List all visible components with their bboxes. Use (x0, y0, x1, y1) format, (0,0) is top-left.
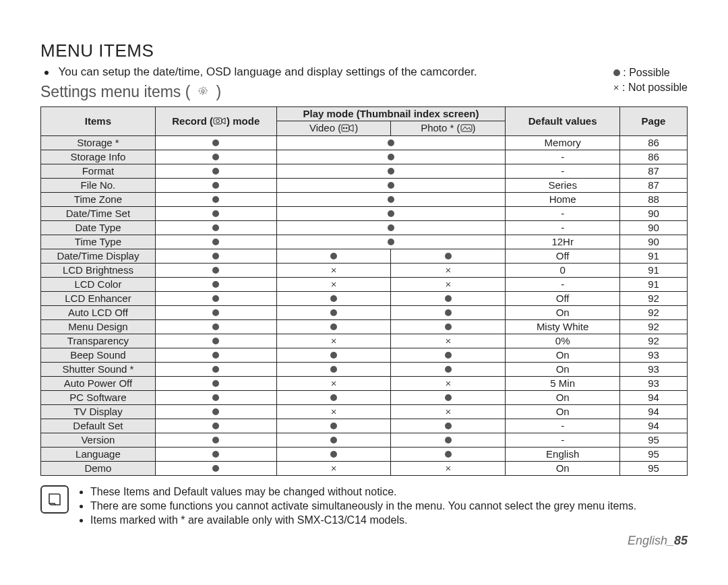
cell-video (276, 306, 391, 320)
possible-dot-icon (445, 366, 452, 373)
possible-dot-icon (212, 465, 219, 472)
cell-default: On (506, 462, 620, 476)
cell-item: Storage * (41, 136, 156, 150)
cell-page: 95 (620, 448, 688, 462)
th-record-suffix: ) mode (226, 115, 260, 127)
possible-dot-icon (388, 239, 394, 245)
table-row: Time Type12Hr90 (41, 235, 688, 249)
cell-page: 87 (620, 164, 688, 179)
table-row: Version-95 (41, 433, 688, 448)
table-row: Date Type-90 (41, 221, 688, 235)
possible-dot-icon (212, 423, 219, 429)
cell-page: 94 (620, 405, 688, 419)
cell-record (155, 377, 276, 391)
cell-record (155, 136, 276, 150)
cell-page: 91 (620, 249, 688, 264)
cell-page: 94 (620, 419, 688, 433)
table-body: Storage *Memory86Storage Info-86Format-8… (41, 136, 688, 476)
table-row: Default Set-94 (41, 419, 688, 433)
table-row: Transparency××0%92 (41, 334, 688, 348)
possible-dot-icon (212, 224, 219, 231)
cell-play (276, 164, 506, 179)
cell-item: LCD Enhancer (41, 292, 156, 306)
camera-mode-icon (213, 116, 226, 127)
svg-point-2 (216, 119, 220, 123)
table-row: Demo××On95 (41, 462, 688, 476)
cell-photo (391, 306, 506, 320)
legend: : Possible × : Not possible (593, 65, 688, 96)
table-row: Shutter Sound *On93 (41, 363, 688, 377)
cell-record (155, 405, 276, 419)
cell-video: × (276, 377, 391, 391)
possible-dot-icon (212, 267, 219, 274)
possible-dot-icon (212, 408, 219, 415)
possible-dot-icon (330, 366, 337, 373)
cell-default: Series (506, 179, 620, 193)
cell-default: Off (506, 292, 620, 306)
notpossible-x-icon: × (445, 281, 451, 288)
cell-item: Beep Sound (41, 348, 156, 363)
notpossible-x-icon: × (331, 267, 337, 274)
cell-page: 87 (620, 179, 688, 193)
cell-record (155, 462, 276, 476)
settings-gear-icon (194, 86, 212, 99)
cell-default: 0 (506, 264, 620, 278)
cell-page: 93 (620, 348, 688, 363)
cell-record (155, 249, 276, 264)
legend-possible-text: : Possible (623, 67, 669, 78)
th-photo: Photo * () (391, 121, 506, 136)
cell-default: - (506, 207, 620, 221)
cell-page: 93 (620, 377, 688, 391)
cell-page: 90 (620, 221, 688, 235)
notpossible-x-icon: × (331, 465, 337, 472)
cell-video: × (276, 462, 391, 476)
table-row: Menu DesignMisty White92 (41, 320, 688, 334)
notpossible-x-icon: × (331, 380, 337, 387)
possible-dot-icon (212, 196, 219, 203)
cell-record (155, 448, 276, 462)
cell-record (155, 363, 276, 377)
cell-play (276, 221, 506, 235)
photo-mode-icon (460, 123, 473, 134)
possible-dot-icon (330, 394, 337, 401)
possible-dot-icon (212, 437, 219, 443)
cell-item: Language (41, 448, 156, 462)
possible-dot-icon (388, 182, 394, 189)
possible-dot-icon (212, 324, 219, 330)
possible-dot-icon (212, 182, 219, 189)
subtitle-prefix: Settings menu items ( (40, 83, 190, 101)
table-row: LCD Brightness××091 (41, 264, 688, 278)
cell-play (276, 193, 506, 207)
cell-record (155, 264, 276, 278)
th-playmode: Play mode (Thumbnail index screen) (276, 107, 506, 121)
notpossible-x-icon: × (445, 408, 451, 415)
cell-video (276, 292, 391, 306)
cell-video (276, 320, 391, 334)
cell-record (155, 150, 276, 164)
svg-rect-1 (214, 118, 222, 124)
possible-dot-icon (212, 451, 219, 458)
possible-dot-icon (388, 210, 394, 217)
cell-photo (391, 433, 506, 448)
possible-dot-icon (212, 154, 219, 160)
cell-record (155, 391, 276, 405)
cell-default: English (506, 448, 620, 462)
cell-item: Storage Info (41, 150, 156, 164)
cell-video (276, 433, 391, 448)
th-photo-suffix: ) (473, 122, 476, 133)
cell-record (155, 164, 276, 179)
th-record-prefix: Record ( (172, 115, 213, 127)
table-row: LanguageEnglish95 (41, 448, 688, 462)
cell-default: On (506, 405, 620, 419)
possible-dot-icon (388, 224, 394, 231)
intro-text: You can setup the date/time, OSD languag… (58, 65, 477, 78)
possible-dot-icon (388, 140, 394, 146)
legend-possible: : Possible (613, 65, 688, 80)
possible-dot-icon (613, 69, 620, 76)
th-video-prefix: Video ( (309, 122, 341, 133)
possible-dot-icon (212, 168, 219, 175)
cell-item: Auto LCD Off (41, 306, 156, 320)
cell-record (155, 221, 276, 235)
cell-item: LCD Brightness (41, 264, 156, 278)
svg-point-5 (346, 127, 348, 129)
